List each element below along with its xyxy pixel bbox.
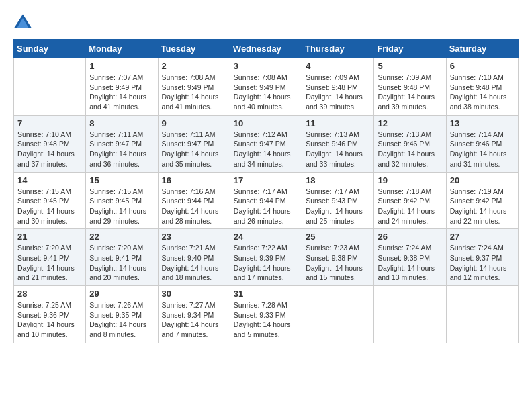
day-number: 1	[89, 61, 154, 71]
day-number: 8	[89, 118, 154, 128]
calendar-header-monday: Monday	[86, 40, 158, 58]
day-number: 9	[162, 118, 226, 128]
calendar-cell: 30Sunrise: 7:27 AM Sunset: 9:34 PM Dayli…	[158, 286, 230, 343]
day-number: 3	[234, 61, 298, 71]
day-number: 24	[234, 232, 298, 242]
cell-info: Sunrise: 7:07 AM Sunset: 9:49 PM Dayligh…	[89, 73, 154, 112]
calendar-cell: 18Sunrise: 7:17 AM Sunset: 9:43 PM Dayli…	[302, 172, 374, 229]
calendar-header-thursday: Thursday	[302, 40, 374, 58]
cell-info: Sunrise: 7:24 AM Sunset: 9:38 PM Dayligh…	[378, 243, 442, 283]
day-number: 14	[17, 175, 82, 185]
calendar-table: SundayMondayTuesdayWednesdayThursdayFrid…	[13, 39, 519, 343]
cell-info: Sunrise: 7:09 AM Sunset: 9:48 PM Dayligh…	[306, 73, 370, 112]
day-number: 22	[89, 232, 154, 242]
cell-info: Sunrise: 7:10 AM Sunset: 9:48 PM Dayligh…	[450, 73, 515, 112]
day-number: 26	[378, 232, 442, 242]
calendar-cell: 27Sunrise: 7:24 AM Sunset: 9:37 PM Dayli…	[446, 229, 518, 286]
calendar-week-3: 14Sunrise: 7:15 AM Sunset: 9:45 PM Dayli…	[14, 172, 519, 229]
calendar-week-5: 28Sunrise: 7:25 AM Sunset: 9:36 PM Dayli…	[14, 286, 519, 343]
calendar-cell: 7Sunrise: 7:10 AM Sunset: 9:48 PM Daylig…	[14, 115, 86, 172]
cell-info: Sunrise: 7:26 AM Sunset: 9:35 PM Dayligh…	[89, 300, 154, 340]
day-number: 31	[234, 289, 298, 299]
day-number: 15	[89, 175, 154, 185]
calendar-cell: 26Sunrise: 7:24 AM Sunset: 9:38 PM Dayli…	[374, 229, 446, 286]
day-number: 23	[162, 232, 226, 242]
day-number: 18	[306, 175, 370, 185]
cell-info: Sunrise: 7:08 AM Sunset: 9:49 PM Dayligh…	[162, 73, 226, 112]
calendar-cell: 10Sunrise: 7:12 AM Sunset: 9:47 PM Dayli…	[230, 115, 302, 172]
cell-info: Sunrise: 7:24 AM Sunset: 9:37 PM Dayligh…	[450, 243, 515, 283]
calendar-header-wednesday: Wednesday	[230, 40, 302, 58]
cell-info: Sunrise: 7:23 AM Sunset: 9:38 PM Dayligh…	[306, 243, 370, 283]
day-number: 21	[17, 232, 82, 242]
day-number: 27	[450, 232, 515, 242]
day-number: 11	[306, 118, 370, 128]
calendar-cell: 12Sunrise: 7:13 AM Sunset: 9:46 PM Dayli…	[374, 115, 446, 172]
calendar-cell: 21Sunrise: 7:20 AM Sunset: 9:41 PM Dayli…	[14, 229, 86, 286]
day-number: 28	[17, 289, 82, 299]
calendar-cell: 22Sunrise: 7:20 AM Sunset: 9:41 PM Dayli…	[86, 229, 158, 286]
cell-info: Sunrise: 7:16 AM Sunset: 9:44 PM Dayligh…	[162, 187, 226, 226]
logo	[13, 13, 35, 32]
cell-info: Sunrise: 7:13 AM Sunset: 9:46 PM Dayligh…	[306, 130, 370, 169]
cell-info: Sunrise: 7:21 AM Sunset: 9:40 PM Dayligh…	[162, 243, 226, 283]
cell-info: Sunrise: 7:20 AM Sunset: 9:41 PM Dayligh…	[17, 243, 82, 283]
calendar-cell: 31Sunrise: 7:28 AM Sunset: 9:33 PM Dayli…	[230, 286, 302, 343]
calendar-cell: 11Sunrise: 7:13 AM Sunset: 9:46 PM Dayli…	[302, 115, 374, 172]
logo-icon	[13, 13, 32, 32]
cell-info: Sunrise: 7:28 AM Sunset: 9:33 PM Dayligh…	[234, 300, 298, 340]
calendar-cell: 14Sunrise: 7:15 AM Sunset: 9:45 PM Dayli…	[14, 172, 86, 229]
calendar-header-saturday: Saturday	[446, 40, 518, 58]
calendar-header-friday: Friday	[374, 40, 446, 58]
calendar-header-tuesday: Tuesday	[158, 40, 230, 58]
cell-info: Sunrise: 7:13 AM Sunset: 9:46 PM Dayligh…	[378, 130, 442, 169]
cell-info: Sunrise: 7:12 AM Sunset: 9:47 PM Dayligh…	[234, 130, 298, 169]
calendar-cell	[446, 286, 518, 343]
calendar-cell: 15Sunrise: 7:15 AM Sunset: 9:45 PM Dayli…	[86, 172, 158, 229]
calendar-cell	[14, 58, 86, 116]
cell-info: Sunrise: 7:15 AM Sunset: 9:45 PM Dayligh…	[89, 187, 154, 226]
day-number: 25	[306, 232, 370, 242]
day-number: 10	[234, 118, 298, 128]
day-number: 4	[306, 61, 370, 71]
day-number: 16	[162, 175, 226, 185]
day-number: 17	[234, 175, 298, 185]
cell-info: Sunrise: 7:11 AM Sunset: 9:47 PM Dayligh…	[162, 130, 226, 169]
calendar-cell: 19Sunrise: 7:18 AM Sunset: 9:42 PM Dayli…	[374, 172, 446, 229]
calendar-cell: 23Sunrise: 7:21 AM Sunset: 9:40 PM Dayli…	[158, 229, 230, 286]
cell-info: Sunrise: 7:27 AM Sunset: 9:34 PM Dayligh…	[162, 300, 226, 340]
calendar-cell: 8Sunrise: 7:11 AM Sunset: 9:47 PM Daylig…	[86, 115, 158, 172]
calendar-cell: 28Sunrise: 7:25 AM Sunset: 9:36 PM Dayli…	[14, 286, 86, 343]
cell-info: Sunrise: 7:20 AM Sunset: 9:41 PM Dayligh…	[89, 243, 154, 283]
calendar-cell: 4Sunrise: 7:09 AM Sunset: 9:48 PM Daylig…	[302, 58, 374, 116]
calendar-cell: 9Sunrise: 7:11 AM Sunset: 9:47 PM Daylig…	[158, 115, 230, 172]
day-number: 19	[378, 175, 442, 185]
calendar-cell: 1Sunrise: 7:07 AM Sunset: 9:49 PM Daylig…	[86, 58, 158, 116]
calendar-cell: 20Sunrise: 7:19 AM Sunset: 9:42 PM Dayli…	[446, 172, 518, 229]
calendar-cell: 16Sunrise: 7:16 AM Sunset: 9:44 PM Dayli…	[158, 172, 230, 229]
cell-info: Sunrise: 7:22 AM Sunset: 9:39 PM Dayligh…	[234, 243, 298, 283]
day-number: 7	[17, 118, 82, 128]
day-number: 2	[162, 61, 226, 71]
cell-info: Sunrise: 7:25 AM Sunset: 9:36 PM Dayligh…	[17, 300, 82, 340]
calendar-cell: 25Sunrise: 7:23 AM Sunset: 9:38 PM Dayli…	[302, 229, 374, 286]
cell-info: Sunrise: 7:18 AM Sunset: 9:42 PM Dayligh…	[378, 187, 442, 226]
calendar-header-row: SundayMondayTuesdayWednesdayThursdayFrid…	[14, 40, 519, 58]
calendar-cell: 24Sunrise: 7:22 AM Sunset: 9:39 PM Dayli…	[230, 229, 302, 286]
cell-info: Sunrise: 7:17 AM Sunset: 9:44 PM Dayligh…	[234, 187, 298, 226]
day-number: 5	[378, 61, 442, 71]
day-number: 30	[162, 289, 226, 299]
cell-info: Sunrise: 7:15 AM Sunset: 9:45 PM Dayligh…	[17, 187, 82, 226]
day-number: 29	[89, 289, 154, 299]
cell-info: Sunrise: 7:11 AM Sunset: 9:47 PM Dayligh…	[89, 130, 154, 169]
cell-info: Sunrise: 7:19 AM Sunset: 9:42 PM Dayligh…	[450, 187, 515, 226]
calendar-week-2: 7Sunrise: 7:10 AM Sunset: 9:48 PM Daylig…	[14, 115, 519, 172]
calendar-header-sunday: Sunday	[14, 40, 86, 58]
cell-info: Sunrise: 7:08 AM Sunset: 9:49 PM Dayligh…	[234, 73, 298, 112]
calendar-week-4: 21Sunrise: 7:20 AM Sunset: 9:41 PM Dayli…	[14, 229, 519, 286]
cell-info: Sunrise: 7:10 AM Sunset: 9:48 PM Dayligh…	[17, 130, 82, 169]
calendar-cell: 17Sunrise: 7:17 AM Sunset: 9:44 PM Dayli…	[230, 172, 302, 229]
calendar-cell: 2Sunrise: 7:08 AM Sunset: 9:49 PM Daylig…	[158, 58, 230, 116]
day-number: 20	[450, 175, 515, 185]
cell-info: Sunrise: 7:17 AM Sunset: 9:43 PM Dayligh…	[306, 187, 370, 226]
